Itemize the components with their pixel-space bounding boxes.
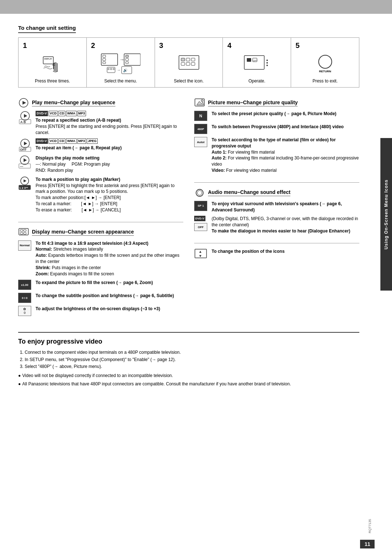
step-4-icon: OPT <box>227 52 286 76</box>
svg-rect-8 <box>103 55 106 57</box>
zoom-icon-wrapper: x1.00 <box>18 280 32 290</box>
step-2-label: Select the menu. <box>104 78 137 84</box>
bullet-2: ● <box>18 381 21 388</box>
badge-dvdv2: DVD-V <box>36 138 48 144</box>
badge-wma2: WMA <box>66 138 77 144</box>
svg-point-19 <box>113 68 114 70</box>
svg-rect-10 <box>103 62 106 64</box>
off-icon: OFF <box>19 138 32 152</box>
zoom-text: To expand the picture to fill the screen… <box>36 280 153 286</box>
display-menu-icon <box>18 227 29 238</box>
side-tab-label: Using On-Screen Menu Icons <box>384 179 389 250</box>
brightness-bold: To adjust the brightness of the on-scree… <box>36 306 160 311</box>
svg-text:OPT: OPT <box>253 60 258 62</box>
svg-text:▲: ▲ <box>199 250 202 254</box>
step-4-label: Operate. <box>248 78 265 84</box>
shrink-desc: Puts images in the center <box>52 265 101 270</box>
badge-dvdv3: DVD-V <box>194 216 205 221</box>
marker-bold: To mark a position to play again (Marker… <box>36 177 120 182</box>
aspect-icon: Normal <box>18 240 31 251</box>
step-1: 1 DISPLAY 𝖿 <box>19 38 87 87</box>
picture-mode-item: N To select the preset picture quality (… <box>194 111 359 121</box>
step-1-label: Press three times. <box>35 78 70 84</box>
bullet-1: ● <box>18 372 21 379</box>
marker-table-2: To recall a marker: [◄ ►] → [ENTER] <box>36 201 117 206</box>
step-5-number: 5 <box>295 41 299 50</box>
picture-mode-icon: N <box>194 111 207 121</box>
ab-icon-wrapper: A B <box>18 111 32 125</box>
ab-format-badges: DVD-V VCD CD WMA MP3 <box>36 111 183 116</box>
dialogue-icon-stack: DVD-V OFF <box>194 216 208 231</box>
ab-repeat-item: A B DVD-V VCD CD WMA MP3 To repeat <box>18 111 183 135</box>
svg-point-18 <box>110 68 112 70</box>
svg-text:1 2 3**: 1 2 3** <box>19 186 28 190</box>
auto-desc: Expands letterbox images to fill the scr… <box>36 253 179 264</box>
aspect-item: Normal To fit 4:3 image to a 16:9 aspect… <box>18 240 183 277</box>
video-label: Video: <box>212 168 225 173</box>
step-2-icon: → → 🔊 <box>91 52 150 76</box>
surround-bold: To enjoy virtual surround with televisio… <box>212 201 342 212</box>
play-mode-icon-wrapper: --- <box>18 155 32 170</box>
svg-text:A B: A B <box>20 120 26 124</box>
auto2-desc: For viewing film material including 30-f… <box>212 155 359 167</box>
step-3-number: 3 <box>159 41 163 50</box>
zoom-icon: x1.00 <box>18 280 31 290</box>
badge-mp3: MP3 <box>77 111 86 116</box>
badge-mp32: MP3 <box>77 138 86 144</box>
play-menu-section: Play menu–Change play sequence A B <box>18 98 183 213</box>
auto1-desc: For viewing film material <box>228 150 275 155</box>
audio-menu-title: Audio menu–Change sound effect <box>208 189 290 196</box>
play-menu-header: Play menu–Change play sequence <box>18 98 183 108</box>
badge-dvdv: DVD-V <box>36 111 48 116</box>
progressive-title: To enjoy progressive video <box>18 338 359 345</box>
step-1-icon: DISPLAY 𝖿 <box>23 52 82 76</box>
dialogue-text: (Dolby Digital, DTS, MPEG, 3-channel or … <box>212 216 359 234</box>
autoi-icon-wrapper: AutoI <box>194 137 208 147</box>
step-3-label: Select the icon. <box>174 78 204 84</box>
svg-text:→: → <box>119 57 124 62</box>
marker-desc: Press [ENTER] to highlight the first ast… <box>36 183 175 194</box>
svg-text:DISPLAY: DISPLAY <box>44 58 52 60</box>
svg-point-36 <box>266 65 268 66</box>
autoi-icon: AutoI <box>194 137 207 147</box>
step-5-label: Press to exit. <box>313 78 338 84</box>
picture-menu-title: Picture menu–Change picture quality <box>208 100 298 106</box>
subtitle-icon: 0 I 0 <box>18 293 31 303</box>
picture-mode-text: To select the preset picture quality (→ … <box>212 111 336 117</box>
badge-wma: WMA <box>66 111 77 116</box>
main-content: To change unit setting 1 DISPLAY 𝖿 <box>0 14 392 406</box>
auto-label: Auto: <box>36 253 47 258</box>
play-mode-icon: --- <box>18 155 31 169</box>
badge-vcd: VCD <box>49 111 58 116</box>
off-repeat-text: DVD-V VCD CD WMA MP3 JPEG To repeat an i… <box>36 138 122 151</box>
subtitle-icon-wrapper: 0 I 0 <box>18 293 32 303</box>
return-label: RETURN <box>319 70 331 73</box>
progressive-step-3: Select "480P" (→ above, Picture menu). <box>25 363 359 370</box>
aspect-text: To fit 4:3 image to a 16:9 aspect televi… <box>36 240 183 277</box>
picture-menu-header: Picture menu–Change picture quality <box>194 98 359 108</box>
svg-text:→: → <box>117 68 121 72</box>
position-item: ▲ ▼ To change the position of the icons <box>194 248 359 260</box>
marker-table-3: To erase a marker: [◄ ►] → [CANCEL] <box>36 207 121 212</box>
subtitle-item: 0 I 0 To change the subtitle position an… <box>18 293 183 303</box>
display-menu-section: Display menu–Change screen appearance No… <box>18 227 183 316</box>
svg-point-34 <box>266 60 268 61</box>
progressive-steps-list: Connect to the component video input ter… <box>18 349 359 370</box>
play-mode-bold: Displays the play mode setting <box>36 155 99 161</box>
off-format-badges: DVD-V VCD CD WMA MP3 JPEG <box>36 138 122 144</box>
play-mode-sub2: RND: Random play <box>36 168 73 173</box>
right-column: Picture menu–Change picture quality N To… <box>194 98 359 325</box>
svg-rect-9 <box>103 58 106 61</box>
svg-rect-59 <box>24 232 26 234</box>
svg-rect-30 <box>244 56 264 69</box>
progressive-item: 480P To switch between Progressive (480P… <box>194 124 359 134</box>
surround-item: SP 1 To enjoy virtual surround with tele… <box>194 201 359 213</box>
ab-repeat-desc: Press [ENTER] at the starting and ending… <box>36 124 177 135</box>
picture-menu-icon <box>194 98 205 108</box>
svg-text:OFF: OFF <box>20 148 26 151</box>
position-text: To change the position of the icons <box>212 248 285 255</box>
svg-marker-52 <box>24 179 26 182</box>
progressive-note-2-text: All Panasonic televisions that have 480P… <box>22 381 291 388</box>
svg-point-62 <box>201 100 203 102</box>
svg-rect-58 <box>20 232 23 234</box>
